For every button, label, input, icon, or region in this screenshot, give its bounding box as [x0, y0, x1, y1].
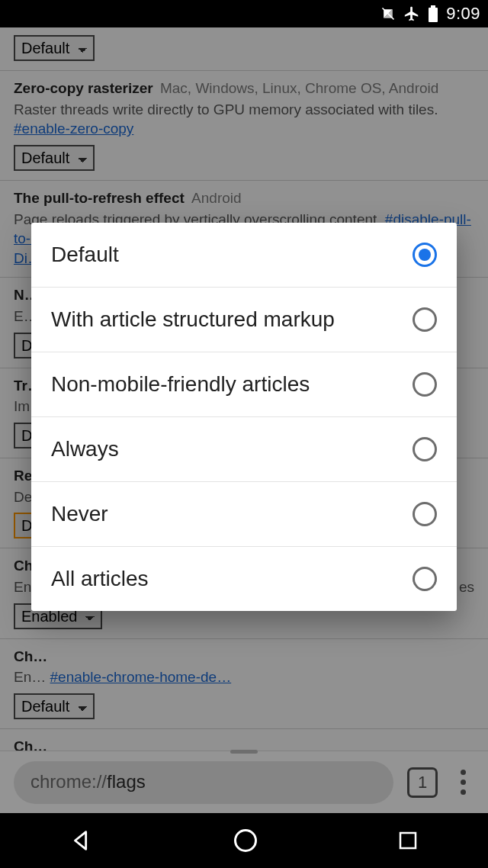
svg-rect-1 — [429, 8, 438, 22]
radio-icon — [413, 243, 437, 267]
nav-back-icon[interactable] — [69, 828, 95, 854]
radio-icon — [413, 437, 437, 461]
option-label: All articles — [51, 567, 149, 591]
dialog-option-default[interactable]: Default — [31, 223, 457, 288]
android-status-bar: 9:09 — [0, 0, 488, 27]
radio-icon — [413, 307, 437, 332]
dialog-option-structured-markup[interactable]: With article structured markup — [31, 288, 457, 352]
screen: 9:09 Default Zero-copy rasterizer Mac, W… — [0, 0, 488, 868]
dialog-option-all-articles[interactable]: All articles — [31, 547, 457, 611]
radio-icon — [413, 502, 437, 526]
radio-icon — [413, 372, 437, 397]
svg-rect-4 — [400, 833, 416, 848]
battery-icon — [428, 5, 438, 22]
option-label: Never — [51, 502, 108, 526]
dialog-option-non-mobile-friendly[interactable]: Non-mobile-friendly articles — [31, 352, 457, 417]
dialog-option-never[interactable]: Never — [31, 482, 457, 547]
option-label: Default — [51, 243, 119, 267]
svg-point-3 — [236, 831, 256, 851]
option-label: Always — [51, 437, 119, 461]
svg-rect-2 — [431, 5, 435, 8]
option-label: With article structured markup — [51, 307, 335, 332]
app-viewport: Default Zero-copy rasterizer Mac, Window… — [0, 27, 488, 813]
nav-home-icon[interactable] — [232, 827, 259, 854]
dialog-option-always[interactable]: Always — [31, 417, 457, 482]
status-clock: 9:09 — [446, 4, 480, 24]
airplane-mode-icon — [403, 5, 420, 22]
no-sim-icon — [380, 6, 396, 21]
radio-icon — [413, 567, 437, 591]
reader-mode-trigger-dialog: Default With article structured markup N… — [31, 223, 457, 611]
android-navigation-bar — [0, 813, 488, 868]
nav-recents-icon[interactable] — [396, 829, 419, 852]
option-label: Non-mobile-friendly articles — [51, 372, 310, 397]
